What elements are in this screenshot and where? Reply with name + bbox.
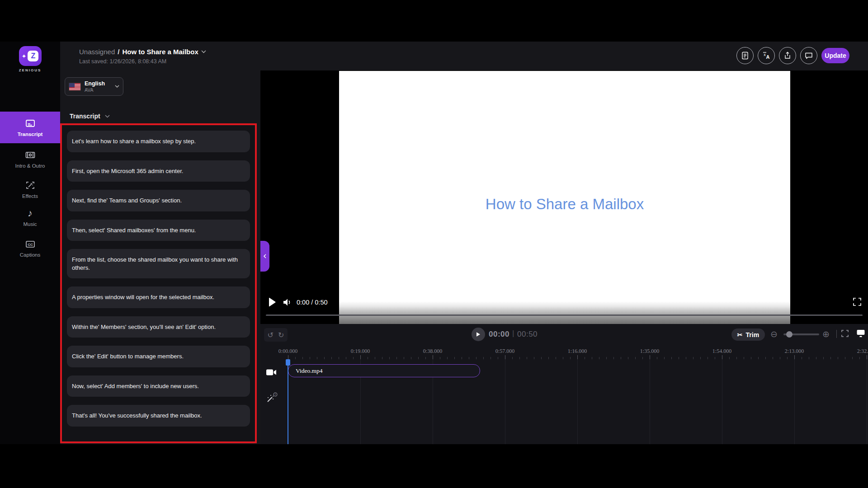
timeline-total-time: 00:50 [517, 330, 538, 339]
svg-text:A: A [766, 54, 770, 60]
us-flag-icon [69, 83, 81, 91]
zoom-slider[interactable] [783, 333, 819, 335]
document-button[interactable] [736, 47, 754, 64]
transcript-line[interactable]: First, open the Microsoft 365 admin cent… [67, 160, 250, 182]
timeline-tracks: i Video.mp4 [260, 359, 868, 444]
comment-icon [805, 52, 813, 59]
video-player: How to Share a Mailbox 0:00 / 0:50 [260, 70, 868, 324]
zoom-in-button[interactable]: ⊕ [822, 329, 830, 340]
clip-label: Video.mp4 [296, 367, 323, 375]
sidebar-item-label: Music [23, 221, 37, 227]
transcript-section-title: Transcript [70, 113, 100, 120]
sidebar-item-transcript[interactable]: Transcript [0, 112, 60, 143]
transcript-lines-highlighted: Let's learn how to share a mailbox step … [60, 123, 257, 443]
export-button[interactable] [779, 47, 796, 64]
play-icon [476, 332, 481, 337]
play-icon [266, 296, 278, 308]
transcript-line[interactable]: Now, select' Add members' to include new… [67, 375, 250, 397]
ruler-time-label: 2:13.000 [785, 348, 804, 355]
track-gridline [794, 359, 795, 444]
transcript-line[interactable]: Then, select' Shared mailboxes' from the… [67, 220, 250, 241]
timeline-play-button[interactable] [472, 328, 485, 341]
sidebar-item-label: Transcript [18, 131, 43, 137]
ruler-time-label: 1:54.000 [712, 348, 731, 355]
scissors-icon: ✂ [737, 331, 743, 338]
redo-icon[interactable]: ↻ [278, 331, 284, 339]
fit-corners-icon [841, 329, 849, 338]
timeline-ruler[interactable]: 0:00.0000:19.0000:38.0000:57.0001:16.000… [260, 347, 868, 359]
app-logo[interactable]: ✦ Z ZENIOUS [0, 46, 60, 72]
transcript-line[interactable]: Next, find the' Teams and Groups' sectio… [67, 190, 250, 211]
trim-button[interactable]: ✂ Trim [731, 328, 765, 341]
breadcrumb[interactable]: Unassigned / How to Share a Mailbox [79, 48, 206, 56]
ruler-time-label: 1:16.000 [568, 348, 587, 355]
sidebar: ✦ Z ZENIOUS Transcript Intro & Outro [0, 42, 60, 444]
ruler-time-label: 0:57.000 [495, 348, 514, 355]
app-window: ✦ Z ZENIOUS Transcript Intro & Outro [0, 0, 868, 488]
time-separator: | [512, 329, 514, 338]
svg-text:CC: CC [28, 243, 33, 247]
update-button[interactable]: Update [821, 48, 849, 63]
captions-cc-icon: CC [25, 239, 36, 249]
ruler-tick [794, 355, 795, 359]
track-gridline [867, 359, 867, 444]
monitor-icon [856, 329, 865, 338]
slide-title: How to Share a Mailbox [339, 196, 790, 213]
playhead-line[interactable] [288, 359, 288, 444]
play-button[interactable] [266, 296, 278, 308]
transcript-line[interactable]: A properties window will open for the se… [67, 286, 250, 308]
chevron-left-icon [263, 254, 267, 258]
timeline-current-time: 00:00 [489, 330, 509, 339]
sidebar-item-music[interactable]: ♪ Music [0, 208, 60, 227]
intro-outro-icon [25, 150, 36, 160]
svg-text:x: x [764, 52, 766, 57]
undo-redo-group: ↺ ↻ [264, 328, 288, 342]
zoom-slider-thumb[interactable] [786, 331, 793, 338]
fullscreen-button[interactable] [853, 297, 862, 306]
volume-button[interactable] [282, 297, 292, 307]
track-gridline [722, 359, 722, 444]
player-scrubber[interactable] [266, 314, 863, 316]
transcript-line[interactable]: Within the' Members' section, you'll see… [67, 316, 250, 338]
ruler-time-label: 2:32.000 [857, 348, 868, 355]
fit-timeline-button[interactable] [841, 329, 849, 338]
magic-track-button[interactable]: i [266, 392, 278, 404]
sidebar-item-effects[interactable]: Effects [0, 180, 60, 199]
video-camera-icon [266, 368, 277, 376]
ruler-tick [288, 355, 288, 359]
top-header: Unassigned / How to Share a Mailbox Last… [60, 42, 868, 70]
player-time: 0:00 / 0:50 [297, 299, 328, 306]
transcript-section-header[interactable]: Transcript [70, 113, 110, 120]
fullscreen-icon [853, 297, 862, 306]
track-gridline [650, 359, 650, 444]
transcript-line[interactable]: Click the' Edit' button to manage member… [67, 346, 250, 367]
sidebar-item-intro-outro[interactable]: Intro & Outro [0, 150, 60, 169]
ruler-time-label: 1:35.000 [640, 348, 659, 355]
comment-button[interactable] [800, 47, 817, 64]
timeline: ↺ ↻ 00:00 | 00:50 ✂ Trim ⊖ ⊕ 0: [260, 324, 868, 444]
panel-collapse-handle[interactable] [260, 241, 269, 272]
timeline-clip-video[interactable]: Video.mp4 [288, 364, 480, 377]
sidebar-item-label: Effects [22, 193, 38, 199]
undo-icon[interactable]: ↺ [268, 331, 274, 339]
ruler-time-label: 0:38.000 [423, 348, 442, 355]
monitor-view-button[interactable] [856, 329, 865, 338]
transcript-line[interactable]: From the list, choose the shared mailbox… [67, 249, 250, 278]
transcript-line[interactable]: Let's learn how to share a mailbox step … [67, 131, 250, 152]
language-selector[interactable]: English AVA [65, 77, 123, 96]
video-track-button[interactable] [266, 368, 277, 376]
ruler-time-label: 0:19.000 [351, 348, 370, 355]
ruler-tick [867, 355, 867, 359]
transcript-panel: English AVA Transcript Let's learn how t… [60, 70, 260, 444]
logo-z-tile: Z [28, 51, 38, 61]
chevron-down-icon [201, 50, 206, 53]
zoom-out-button[interactable]: ⊖ [770, 329, 778, 340]
magic-wand-icon: i [266, 392, 278, 404]
playhead-handle[interactable] [286, 359, 290, 366]
effects-wand-icon [25, 180, 36, 191]
sparkle-icon: ✦ [22, 53, 27, 59]
transcript-line[interactable]: That's all! You've successfully shared t… [67, 405, 250, 427]
translate-button[interactable]: x A [758, 47, 775, 64]
ruler-tick [360, 355, 361, 359]
sidebar-item-captions[interactable]: CC Captions [0, 239, 60, 258]
